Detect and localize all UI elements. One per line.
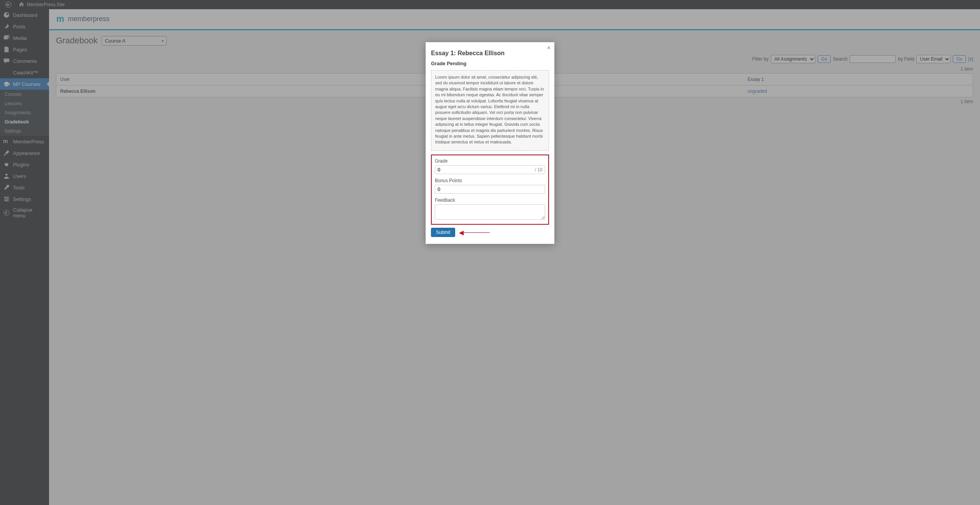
bonus-input[interactable] bbox=[438, 186, 542, 192]
submit-button[interactable]: Submit bbox=[431, 228, 455, 237]
annotation-arrow: ◀ bbox=[459, 229, 490, 236]
bonus-label: Bonus Points bbox=[435, 178, 545, 183]
grade-modal: × Essay 1: Rebecca Ellison Grade Pending… bbox=[426, 42, 554, 244]
grade-status: Grade Pending bbox=[431, 61, 549, 66]
essay-paragraph: Massa ultricies mi quis hendrerit dolor … bbox=[435, 149, 545, 151]
feedback-textarea[interactable] bbox=[435, 204, 545, 220]
essay-content[interactable]: Lorem ipsum dolor sit amet, consectetur … bbox=[431, 70, 549, 151]
essay-paragraph: Lorem ipsum dolor sit amet, consectetur … bbox=[435, 74, 545, 145]
grade-section-highlight: Grade / 10 Bonus Points Feedback bbox=[431, 155, 549, 225]
grade-max: / 10 bbox=[535, 167, 542, 173]
modal-overlay[interactable]: × Essay 1: Rebecca Ellison Grade Pending… bbox=[0, 0, 980, 505]
modal-title: Essay 1: Rebecca Ellison bbox=[431, 50, 549, 57]
feedback-label: Feedback bbox=[435, 197, 545, 203]
close-icon[interactable]: × bbox=[547, 44, 551, 51]
grade-input[interactable] bbox=[438, 167, 535, 173]
grade-label: Grade bbox=[435, 158, 545, 164]
